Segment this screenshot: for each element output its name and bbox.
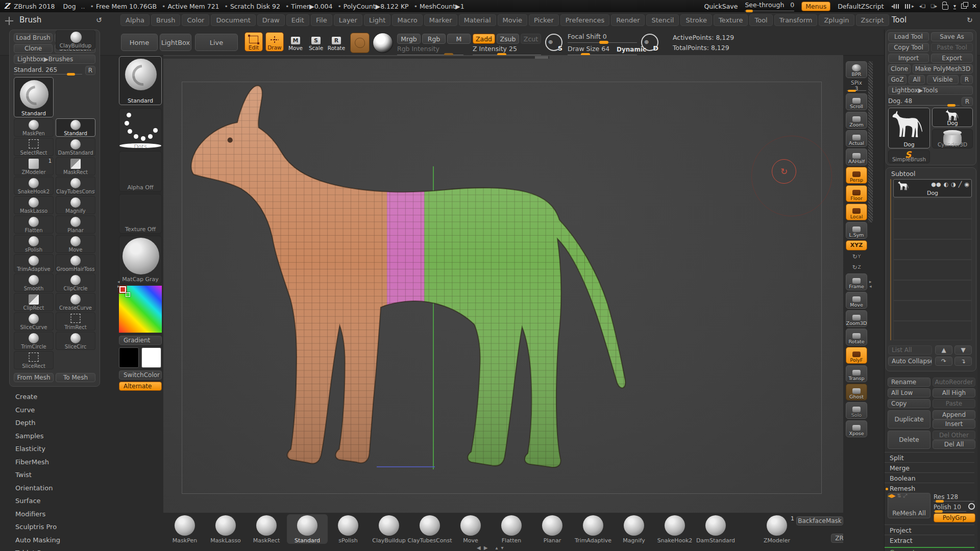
strip-scrollbar[interactable]: [868, 61, 873, 222]
copy-subtool-button[interactable]: Copy: [888, 399, 930, 408]
dog-model[interactable]: [174, 66, 704, 497]
scale-gizmo-button[interactable]: S Scale: [307, 33, 325, 51]
dynamic-label[interactable]: Dynamic: [617, 46, 646, 53]
subpalette-header[interactable]: Create: [15, 393, 65, 400]
brush-tile[interactable]: ClayBuildup: [56, 30, 95, 49]
z-intensity-slider[interactable]: Z Intensity 25: [473, 45, 541, 55]
brush-tile[interactable]: TrimRect: [56, 312, 95, 331]
current-stroke-tile[interactable]: Dots: [119, 108, 162, 149]
tray-scroll-arrows[interactable]: ◀▶ ▴▾: [477, 545, 507, 550]
paste-subtool-button[interactable]: Paste: [933, 399, 975, 408]
color-picker[interactable]: [119, 286, 162, 333]
menu-item[interactable]: Brush: [151, 14, 181, 26]
brush-tile[interactable]: TrimCircle: [14, 332, 54, 350]
menu-item[interactable]: Macro: [392, 14, 422, 26]
auto-reorder-button[interactable]: AutoReorder: [933, 378, 975, 387]
goz-button[interactable]: GoZ: [888, 75, 906, 84]
see-through-slider[interactable]: See-through 0: [745, 1, 794, 12]
featured-brush-standard[interactable]: Standard: [14, 77, 54, 117]
brush-panel-refresh-icon[interactable]: ↺: [96, 16, 102, 24]
polish-mode-ring-icon[interactable]: [968, 503, 975, 510]
goz-r-button[interactable]: R: [961, 75, 973, 84]
subpalette-header[interactable]: FiberMesh: [15, 458, 65, 466]
depth-indicator-icon[interactable]: ⊕D: [641, 34, 658, 51]
secondary-color-swatch[interactable]: [141, 347, 161, 368]
focal-shift-slider[interactable]: Focal Shift 0: [568, 33, 637, 43]
subpalette-header[interactable]: Modifiers: [15, 510, 65, 518]
tray-brush-item[interactable]: Planar: [532, 514, 573, 544]
menus-button[interactable]: Menus: [801, 2, 830, 11]
lightbox-tools-button[interactable]: Lightbox▶Tools: [888, 86, 973, 95]
quicksave-button[interactable]: QuickSave: [704, 3, 738, 10]
default-zscript-button[interactable]: DefaultZScript: [838, 3, 884, 10]
zre-button[interactable]: ZRe: [831, 534, 843, 543]
menu-item[interactable]: Texture: [714, 14, 748, 26]
load-brush-button[interactable]: Load Brush: [14, 33, 53, 42]
brush-tile[interactable]: Planar: [56, 215, 95, 234]
rotate-y-icon[interactable]: ↻ Y: [846, 252, 867, 261]
lightbox-button[interactable]: LightBox: [160, 34, 191, 51]
subtool-title[interactable]: Subtool: [891, 170, 915, 178]
subtool-empty-slot[interactable]: [893, 300, 972, 321]
tray-brush-item[interactable]: ClayTubesConst: [409, 514, 450, 544]
subpalette-header[interactable]: Auto Masking: [15, 536, 65, 544]
local-symmetry-icon[interactable]: L.Sym: [846, 222, 867, 239]
remesh-symmetry-icons[interactable]: ◀▶ ⇅ ⤢: [888, 493, 907, 499]
subpalette-header[interactable]: Samples: [15, 432, 65, 440]
split-section-header[interactable]: Split: [885, 452, 974, 462]
tool-restore-button[interactable]: R: [962, 97, 973, 106]
menu-item[interactable]: Picker: [529, 14, 559, 26]
project-section-header[interactable]: Project: [885, 524, 974, 535]
tool-panel-refresh-icon[interactable]: ↻: [967, 16, 973, 24]
delete-button[interactable]: Delete: [888, 431, 930, 449]
gradient-button[interactable]: Gradient: [119, 336, 162, 345]
rgb-toggle[interactable]: Rgb: [422, 34, 446, 44]
edit-mode-button[interactable]: Edit: [244, 32, 263, 52]
brush-tile[interactable]: ClipRect: [14, 293, 54, 311]
extract-section-header[interactable]: Extract: [885, 535, 974, 545]
brush-tile[interactable]: SliceRect: [14, 351, 54, 369]
floor-grid-icon[interactable]: Floor: [846, 185, 867, 202]
subpalette-header[interactable]: Orientation: [15, 484, 65, 492]
menu-item[interactable]: Preferences: [560, 14, 609, 26]
tray-brush-item[interactable]: ClayBuildup: [369, 514, 409, 544]
subtool-item-dog[interactable]: ●● ◐ ◑ ╱ ◉ Dog: [893, 179, 972, 197]
see-through-knob[interactable]: [746, 10, 753, 12]
export-button[interactable]: Export: [931, 54, 973, 63]
subtool-up-button[interactable]: ▲: [935, 345, 952, 355]
menu-item[interactable]: Document: [211, 14, 255, 26]
transparency-icon[interactable]: Transp: [846, 365, 867, 382]
menu-item[interactable]: Zplugin: [819, 14, 854, 26]
remesh-section-header[interactable]: Remesh: [885, 483, 974, 493]
divider-right-icon[interactable]: ▸: [905, 4, 914, 9]
tray-brush-item[interactable]: sPolish: [328, 514, 369, 544]
append-button[interactable]: Append: [933, 410, 975, 419]
save-as-tool-button[interactable]: Save As: [931, 32, 973, 41]
subpalette-header[interactable]: Elasticity: [15, 445, 65, 453]
brush-tile[interactable]: GroomHairToss: [56, 254, 95, 272]
polyframe-icon[interactable]: PolyF: [846, 347, 867, 364]
subtool-down-button[interactable]: ▼: [954, 345, 972, 355]
visibility-eye-icon[interactable]: ◉: [964, 181, 969, 188]
subpalette-header[interactable]: Sculptris Pro: [15, 523, 65, 531]
stroke-indicator-icon[interactable]: ⊕S: [545, 34, 562, 51]
frame-icon[interactable]: Frame: [846, 273, 867, 290]
move-gizmo-button[interactable]: M Move: [287, 33, 304, 51]
all-high-button[interactable]: All High: [933, 388, 975, 397]
switch-color-button[interactable]: SwitchColor: [119, 370, 162, 380]
backface-mask-button[interactable]: BackfaceMask: [796, 516, 843, 525]
import-button[interactable]: Import: [888, 54, 929, 63]
current-material-sphere[interactable]: [373, 33, 393, 53]
rotate-icon[interactable]: Rotate: [846, 329, 867, 345]
polygrp-button[interactable]: PolyGrp: [934, 513, 975, 522]
subtool-empty-slot[interactable]: [893, 198, 972, 219]
zsub-toggle[interactable]: Zsub: [497, 34, 519, 44]
subtool-empty-slot[interactable]: [893, 260, 972, 280]
goz-visible-button[interactable]: Visible: [927, 75, 959, 84]
canvas-hscrollbar[interactable]: [163, 56, 549, 59]
tray-brush-item[interactable]: 1 ZModeler: [756, 514, 797, 544]
copy-tool-button[interactable]: Copy Tool: [888, 43, 929, 52]
subpalette-header[interactable]: Twist: [15, 471, 65, 479]
del-other-button[interactable]: Del Other: [933, 431, 975, 440]
cascade-right-icon[interactable]: ❏▸: [930, 4, 937, 9]
